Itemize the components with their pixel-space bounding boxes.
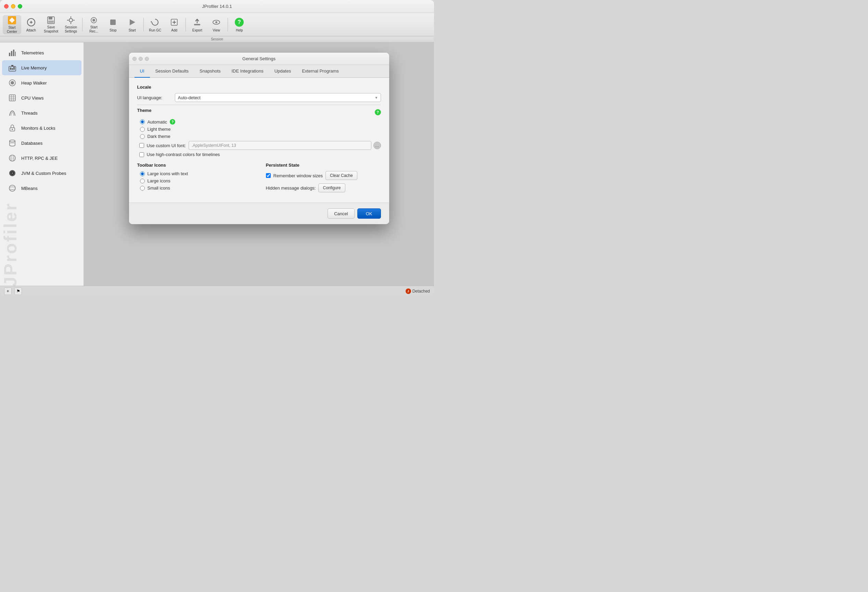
toolbar-session-settings[interactable]: SessionSettings (62, 15, 80, 34)
toolbar-save-snapshot[interactable]: SaveSnapshot (41, 15, 61, 34)
toolbar-help[interactable]: ? Help (230, 15, 248, 34)
configure-button[interactable]: Configure (318, 183, 345, 192)
two-col-section: Toolbar Icons Large icons with text Larg… (137, 162, 381, 196)
radio-light[interactable] (140, 127, 145, 132)
toolbar-view[interactable]: View (207, 15, 226, 34)
sidebar-mbeans-label: MBeans (21, 186, 38, 191)
ok-button[interactable]: OK (357, 208, 381, 218)
radio-small-icons-label: Small icons (148, 186, 170, 190)
add-status-icon: + (6, 289, 9, 294)
start-recording-icon (88, 16, 99, 25)
save-snapshot-icon (46, 16, 56, 25)
main-window: JProfiler 14.0.1 StartCenter Attach (0, 0, 434, 296)
help-icon: ? (234, 17, 245, 28)
svg-point-48 (9, 185, 15, 191)
svg-rect-9 (110, 19, 116, 25)
toolbar-start-recording[interactable]: StartRec... (84, 15, 103, 34)
persistent-state-col: Persistent State Remember window sizes C… (266, 162, 381, 196)
radio-dark-label: Dark theme (148, 134, 170, 139)
high-contrast-row: Use high-contrast colors for timelines (137, 152, 381, 157)
tab-updates[interactable]: Updates (269, 65, 297, 78)
ui-language-select[interactable]: Auto-detect English German French (175, 93, 381, 102)
sidebar-item-telemetries[interactable]: Telemetries (2, 45, 81, 60)
cancel-button[interactable]: Cancel (328, 208, 354, 218)
toolbar-start-center[interactable]: StartCenter (3, 15, 21, 34)
font-input[interactable] (189, 141, 371, 150)
toolbar-start-recording-label: StartRec... (89, 25, 98, 34)
attach-icon (26, 17, 37, 28)
svg-rect-20 (9, 53, 10, 56)
toolbar-save-snapshot-label: SaveSnapshot (44, 25, 58, 34)
radio-large-icons-text[interactable] (140, 171, 145, 176)
font-picker-button[interactable]: ... (373, 142, 381, 149)
monitors-locks-icon (7, 123, 17, 133)
dialog-minimize[interactable] (139, 57, 143, 61)
toolbar-stop[interactable]: Stop (104, 15, 122, 34)
sidebar: Telemetries Live Memory (0, 43, 84, 286)
tab-snapshots[interactable]: Snapshots (194, 65, 226, 78)
dialog-close[interactable] (133, 57, 137, 61)
svg-marker-11 (151, 21, 152, 22)
use-custom-font-checkbox[interactable] (139, 143, 144, 148)
radio-large-icons[interactable] (140, 179, 145, 183)
detached-badge: J Detached (406, 288, 430, 294)
theme-help-badge[interactable]: ? (375, 109, 381, 115)
toolbar-attach[interactable]: Attach (22, 15, 40, 34)
cpu-views-icon (7, 93, 17, 103)
maximize-button[interactable] (18, 4, 22, 9)
sidebar-monitors-locks-label: Monitors & Locks (21, 125, 55, 131)
automatic-help-icon[interactable]: ? (170, 119, 175, 124)
dialog-maximize[interactable] (145, 57, 149, 61)
svg-rect-26 (12, 68, 13, 70)
svg-marker-10 (130, 19, 135, 25)
tab-session-defaults[interactable]: Session Defaults (150, 65, 195, 78)
high-contrast-checkbox[interactable] (139, 152, 144, 157)
toolbar-start-label: Start (129, 28, 136, 32)
general-settings-dialog: General Settings UI Session Defaults Sna… (129, 53, 389, 224)
sidebar-item-heap-walker[interactable]: Heap Walker (2, 75, 81, 90)
remember-window-checkbox[interactable] (266, 173, 271, 178)
sidebar-item-cpu-views[interactable]: CPU Views (2, 90, 81, 105)
sidebar-item-threads[interactable]: Threads (2, 105, 81, 120)
toolbar-add[interactable]: Add (165, 15, 183, 34)
toolbar: StartCenter Attach SaveSnapshot (0, 13, 434, 36)
minimize-button[interactable] (11, 4, 15, 9)
tabs-bar: UI Session Defaults Snapshots IDE Integr… (129, 65, 389, 78)
heap-walker-icon (7, 78, 17, 88)
remember-window-row: Remember window sizes Clear Cache (266, 171, 381, 180)
toolbar-start[interactable]: Start (123, 15, 141, 34)
toolbar-export[interactable]: Export (188, 15, 207, 34)
svg-rect-27 (13, 67, 15, 70)
radio-small-icons[interactable] (140, 186, 145, 190)
svg-rect-21 (11, 51, 12, 56)
radio-dark[interactable] (140, 134, 145, 139)
dialog-footer: Cancel OK (129, 202, 389, 224)
sidebar-item-jvm-custom-probes[interactable]: JVM & Custom Probes (2, 165, 81, 181)
toolbar-run-gc[interactable]: Run GC (146, 15, 164, 34)
add-status-button[interactable]: + (4, 288, 12, 295)
close-button[interactable] (4, 4, 9, 9)
start-center-icon (6, 15, 18, 25)
sidebar-item-monitors-locks[interactable]: Monitors & Locks (2, 120, 81, 136)
sidebar-item-http-rpc-jee[interactable]: HTTP, RPC & JEE (2, 151, 81, 165)
radio-small-icons-row: Small icons (137, 186, 252, 190)
tab-ide-integrations[interactable]: IDE Integrations (226, 65, 269, 78)
flag-status-button[interactable]: ⚑ (14, 288, 22, 295)
sidebar-item-databases[interactable]: Databases (2, 136, 81, 151)
session-label: Session (211, 37, 223, 41)
telemetries-icon (7, 48, 17, 58)
detached-label: Detached (412, 289, 430, 294)
use-custom-font-label: Use custom UI font: (147, 143, 186, 148)
svg-text:?: ? (238, 19, 241, 25)
clear-cache-button[interactable]: Clear Cache (326, 171, 357, 180)
status-bar: + ⚑ J Detached (0, 286, 434, 296)
sidebar-item-live-memory[interactable]: Live Memory (2, 60, 81, 75)
dialog-title: General Settings (242, 56, 276, 61)
font-input-wrapper: ... (189, 141, 381, 150)
radio-dark-row: Dark theme (137, 134, 381, 139)
radio-automatic[interactable] (140, 120, 145, 124)
toolbar-attach-label: Attach (27, 28, 36, 32)
tab-ui[interactable]: UI (134, 65, 150, 78)
tab-external-programs[interactable]: External Programs (297, 65, 344, 78)
sidebar-item-mbeans[interactable]: MBeans (2, 181, 81, 196)
